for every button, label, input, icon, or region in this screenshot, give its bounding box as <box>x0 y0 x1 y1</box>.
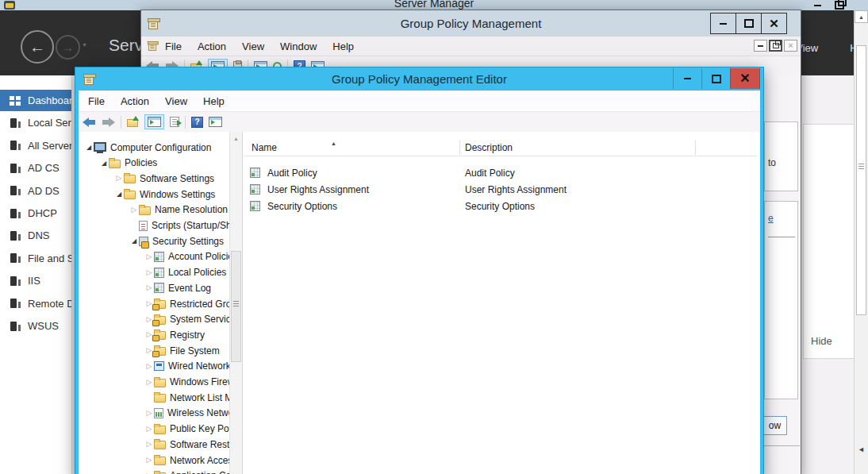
hide-link[interactable]: Hide <box>811 335 832 347</box>
chevron-down-icon[interactable]: ▼ <box>82 42 87 48</box>
sidebar-item-ad-cs[interactable]: AD CS <box>0 157 71 179</box>
tree-item[interactable]: ◢Security Settings <box>82 233 229 249</box>
tree-item[interactable]: ▷Account Policies <box>82 249 229 264</box>
expanded-arrow-icon[interactable]: ◢ <box>129 233 139 249</box>
sidebar-item-dhcp[interactable]: DHCP <box>0 202 71 224</box>
table-row[interactable]: Security OptionsSecurity Options <box>244 198 757 214</box>
panel-splitter[interactable] <box>242 132 243 474</box>
menu-item-action[interactable]: Action <box>190 40 234 52</box>
menu-item-action[interactable]: Action <box>113 95 157 107</box>
child-restore-button[interactable] <box>769 40 782 52</box>
column-divider[interactable] <box>695 141 696 155</box>
gpm-maximize-button[interactable] <box>735 13 762 34</box>
table-row[interactable]: Audit PolicyAudit Policy <box>244 164 757 181</box>
tree-item[interactable]: ▷Restricted Groups <box>82 296 229 311</box>
sidebar-item-iis[interactable]: IIS <box>0 270 71 291</box>
tree-item[interactable]: Scripts (Startup/Shutdown) <box>82 218 229 233</box>
collapsed-arrow-icon[interactable]: ▷ <box>144 468 154 474</box>
collapsed-arrow-icon[interactable]: ▷ <box>144 375 154 390</box>
gpm-action-button[interactable]: ow <box>762 416 787 435</box>
gpme-close-button[interactable]: ✕ <box>730 68 760 89</box>
tree-item[interactable]: ▷Wired Network (IEEE 802.3) Policies <box>82 359 229 374</box>
restore-button[interactable] <box>830 0 849 10</box>
tree-item[interactable]: ▷Registry <box>82 327 229 342</box>
column-header-name[interactable]: Name <box>252 142 277 153</box>
back-icon[interactable] <box>83 118 96 127</box>
sidebar-item-ad-ds[interactable]: AD DS <box>0 180 71 202</box>
help-icon[interactable]: ? <box>191 117 203 128</box>
tree-item[interactable]: ▷Windows Firewall with Advanced Security <box>82 375 229 390</box>
collapsed-arrow-icon[interactable]: ▷ <box>144 359 154 374</box>
sidebar-item-local-server[interactable]: Local Server <box>0 112 71 133</box>
scrollbar-thumb[interactable] <box>231 251 241 362</box>
tree-item[interactable]: ▷Local Policies <box>82 265 229 280</box>
collapsed-arrow-icon[interactable]: ▷ <box>144 249 154 264</box>
back-button[interactable]: ← <box>21 30 54 64</box>
menu-item-window[interactable]: Window <box>272 40 325 52</box>
child-minimize-button[interactable] <box>754 40 767 52</box>
column-divider[interactable] <box>459 141 460 155</box>
expanded-arrow-icon[interactable]: ◢ <box>99 156 109 171</box>
sidebar-item-dns[interactable]: DNS <box>0 225 71 246</box>
column-header-description[interactable]: Description <box>465 142 513 153</box>
collapsed-arrow-icon[interactable]: ▷ <box>144 280 154 295</box>
ad-ds-icon <box>10 185 21 196</box>
child-close-button[interactable]: × <box>784 40 797 52</box>
scroll-up-arrow-icon[interactable]: ▲ <box>231 133 241 144</box>
collapsed-arrow-icon[interactable]: ▷ <box>144 406 154 421</box>
expanded-arrow-icon[interactable]: ◢ <box>84 140 94 155</box>
sidebar-item-all-servers[interactable]: All Servers <box>0 135 71 156</box>
expanded-arrow-icon[interactable]: ◢ <box>114 187 124 202</box>
new-window-icon[interactable] <box>209 117 222 127</box>
menu-item-view[interactable]: View <box>157 95 195 107</box>
sidebar-item-wsus[interactable]: WSUS <box>0 315 71 337</box>
tree-item[interactable]: ▷Application Control Policies <box>82 468 229 474</box>
collapsed-arrow-icon[interactable]: ▷ <box>114 171 124 186</box>
forward-icon[interactable] <box>102 118 115 127</box>
vertical-scrollbar[interactable]: ▲ ◄ <box>854 10 868 474</box>
tree-item[interactable]: ▷File System <box>82 343 229 358</box>
menu-item-file[interactable]: File <box>80 95 113 107</box>
gpm-close-button[interactable]: ✕ <box>761 13 787 34</box>
menu-item-view[interactable]: View <box>234 40 272 52</box>
collapsed-arrow-icon[interactable]: ▷ <box>144 422 154 437</box>
tree-item[interactable]: ▷Software Restriction Policies <box>82 437 229 452</box>
collapsed-arrow-icon[interactable]: ▷ <box>129 202 139 218</box>
collapsed-arrow-icon[interactable]: ▷ <box>144 437 154 452</box>
sidebar-item-dashboard[interactable]: Dashboard <box>0 90 71 111</box>
tree-item[interactable]: ▷Wireless Network (IEEE 802.11) Policies <box>82 406 229 421</box>
gpme-minimize-button[interactable] <box>673 68 701 89</box>
show-console-tree-button[interactable] <box>144 114 164 129</box>
gpme-titlebar[interactable]: Group Policy Management Editor ✕ <box>75 67 763 91</box>
export-list-icon[interactable] <box>170 117 179 127</box>
gpm-titlebar[interactable]: Group Policy Management ✕ <box>141 10 801 37</box>
collapsed-arrow-icon[interactable]: ▷ <box>144 453 154 468</box>
minimize-button[interactable] <box>808 0 827 10</box>
sidebar-item-file-and-storage-services[interactable]: File and Storage Services <box>0 248 71 269</box>
tree-item[interactable]: ▷Event Log <box>82 280 229 295</box>
tree-item[interactable]: Network List Manager Policies <box>82 390 229 405</box>
tree-item[interactable]: ◢Windows Settings <box>82 187 229 202</box>
sidebar-item-remote-desktop-services[interactable]: Remote Desktop Services <box>0 293 71 314</box>
scrollbar-thumb[interactable] <box>856 45 866 315</box>
collapsed-arrow-icon[interactable]: ▷ <box>144 265 154 280</box>
up-one-level-icon[interactable] <box>127 117 139 127</box>
gpm-change-link[interactable]: e <box>768 213 774 224</box>
tree-item[interactable]: ▷System Services <box>82 312 229 327</box>
menu-item-help[interactable]: Help <box>195 95 232 107</box>
gpm-minimize-button[interactable] <box>710 13 736 34</box>
gpme-maximize-button[interactable] <box>701 68 730 89</box>
tree-item[interactable]: ◢Computer Configuration <box>82 140 229 155</box>
scroll-left-arrow-icon[interactable]: ◄ <box>858 445 865 453</box>
menu-item-help[interactable]: Help <box>325 40 362 52</box>
scroll-up-arrow-icon[interactable]: ▲ <box>855 10 868 23</box>
tree-item[interactable]: ▷Name Resolution Policy <box>82 202 229 218</box>
forward-button[interactable]: → <box>56 35 80 60</box>
tree-item[interactable]: ▷Network Access Protection <box>82 453 229 468</box>
tree-item[interactable]: ◢Policies <box>82 156 229 171</box>
tree-scrollbar[interactable]: ▲ <box>229 132 242 474</box>
tree-item[interactable]: ▷Public Key Policies <box>82 422 229 437</box>
table-row[interactable]: User Rights AssignmentUser Rights Assign… <box>244 181 757 198</box>
tree-item[interactable]: ▷Software Settings <box>82 171 229 186</box>
menu-item-file[interactable]: File <box>157 40 190 52</box>
